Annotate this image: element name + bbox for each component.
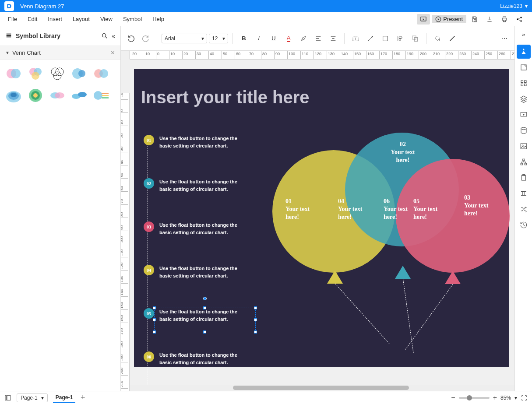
menu-insert[interactable]: Insert	[42, 13, 67, 25]
venn-diagram[interactable]: 01Your text here! 02Your text here! 03Yo…	[277, 133, 504, 360]
page-selector[interactable]: Page-1 ▾	[17, 393, 48, 402]
venn-shape-9[interactable]	[70, 86, 88, 105]
bold-button[interactable]: B	[237, 32, 250, 45]
timeline-item-02[interactable]: 02Use the float button to change the bas…	[144, 178, 246, 193]
page-title[interactable]: Insert your title here	[141, 88, 310, 107]
valign-button[interactable]	[327, 32, 340, 45]
timeline-item-01[interactable]: 01Use the float button to change the bas…	[144, 135, 246, 149]
venn-label-03[interactable]: 03Your text here!	[464, 194, 499, 218]
outline-icon[interactable]	[4, 394, 11, 401]
timeline-dot[interactable]: 03	[144, 221, 154, 232]
timeline-dot[interactable]: 06	[144, 351, 154, 362]
horizontal-scrollbar[interactable]	[130, 385, 514, 391]
timeline-dot[interactable]: 02	[144, 178, 154, 189]
menu-layout[interactable]: Layout	[67, 13, 95, 25]
redo-button[interactable]	[139, 32, 152, 45]
fill-button[interactable]	[431, 32, 444, 45]
download-button[interactable]	[483, 14, 496, 25]
venn-label-04[interactable]: 04Your text here!	[338, 197, 373, 221]
fullscreen-button[interactable]	[521, 394, 528, 401]
rotate-handle[interactable]	[203, 297, 207, 300]
timeline-dot[interactable]: 01	[144, 135, 154, 145]
user-menu[interactable]: Lizzie123 ▾	[500, 3, 528, 9]
venn-shape-1[interactable]	[4, 64, 23, 83]
venn-shape-8[interactable]	[48, 86, 67, 105]
workspace[interactable]: -100102030405060708090100110120130140150…	[121, 60, 514, 391]
clipboard-button[interactable]	[517, 171, 531, 185]
venn-label-05[interactable]: 05Your text here!	[413, 197, 448, 221]
timeline-text[interactable]: Use the float button to change the basic…	[159, 351, 246, 366]
undo-button[interactable]	[124, 32, 137, 45]
properties-button[interactable]	[517, 60, 531, 74]
venn-shape-4[interactable]	[70, 64, 88, 83]
collapse-left-icon[interactable]: «	[112, 32, 115, 39]
right-toolbar: »	[514, 26, 532, 391]
history-button[interactable]	[517, 218, 531, 232]
timeline-dot[interactable]: 05	[144, 308, 154, 319]
save-button[interactable]	[468, 14, 481, 25]
venn-shape-3[interactable]	[48, 64, 67, 83]
data-button[interactable]	[517, 123, 531, 137]
present-button[interactable]: Present	[432, 15, 466, 23]
timeline-text[interactable]: Use the float button to change the basic…	[159, 265, 246, 279]
search-icon[interactable]	[101, 32, 108, 39]
font-select[interactable]: Arial▾	[162, 34, 207, 43]
venn-shape-5[interactable]	[92, 64, 110, 83]
tree-button[interactable]	[517, 155, 531, 169]
image-button[interactable]	[517, 139, 531, 153]
print-button[interactable]	[498, 14, 511, 25]
menu-file[interactable]: File	[3, 13, 22, 25]
menu-view[interactable]: View	[95, 13, 118, 25]
zoom-in-button[interactable]: +	[493, 394, 497, 402]
shape-outline-button[interactable]	[379, 32, 392, 45]
menu-symbol[interactable]: Symbol	[118, 13, 147, 25]
timeline-text[interactable]: Use the float button to change the basic…	[159, 178, 246, 193]
zoom-slider[interactable]	[459, 397, 490, 399]
canvas-page[interactable]: Insert your title here 01Use the float b…	[134, 69, 509, 367]
text-box-button[interactable]: T	[349, 32, 362, 45]
scrollbar-thumb[interactable]	[233, 386, 409, 390]
highlight-button[interactable]	[297, 32, 310, 45]
underline-button[interactable]: U	[267, 32, 280, 45]
zoom-level[interactable]: 85%	[500, 395, 511, 401]
venn-label-02[interactable]: 02Your text here!	[385, 141, 420, 165]
spacing-button[interactable]	[517, 186, 531, 200]
font-color-button[interactable]: A	[282, 32, 295, 45]
add-page-button[interactable]: +	[81, 393, 85, 402]
components-button[interactable]	[517, 76, 531, 90]
menu-help[interactable]: Help	[147, 13, 169, 25]
slideshow-panel-button[interactable]	[517, 108, 531, 122]
theme-button[interactable]	[517, 45, 531, 59]
close-icon[interactable]: ✕	[110, 49, 115, 56]
venn-shape-6[interactable]	[4, 86, 23, 105]
timeline-item-04[interactable]: 04Use the float button to change the bas…	[144, 265, 246, 279]
page-tab[interactable]: Page-1	[53, 393, 75, 403]
svg-rect-42	[521, 81, 523, 83]
shuffle-button[interactable]	[517, 202, 531, 216]
menu-edit[interactable]: Edit	[22, 13, 42, 25]
font-size-select[interactable]: 12▾	[209, 34, 228, 43]
collapse-right-icon[interactable]: »	[515, 29, 532, 40]
timeline-item-03[interactable]: 03Use the float button to change the bas…	[144, 221, 246, 236]
italic-button[interactable]: I	[252, 32, 265, 45]
venn-shape-2[interactable]	[26, 64, 45, 83]
zoom-out-button[interactable]: −	[451, 394, 455, 402]
venn-label-06[interactable]: 06Your text here!	[384, 197, 408, 221]
connector-button[interactable]	[364, 32, 377, 45]
group-button[interactable]	[409, 32, 422, 45]
timeline-item-06[interactable]: 06Use the float button to change the bas…	[144, 351, 246, 366]
line-button[interactable]	[446, 32, 459, 45]
share-button[interactable]	[513, 14, 526, 25]
slideshow-button[interactable]	[417, 14, 430, 25]
venn-shape-7[interactable]	[26, 86, 45, 105]
more-icon[interactable]: ⋯	[498, 32, 511, 45]
timeline-dot[interactable]: 04	[144, 265, 154, 275]
align-button[interactable]	[312, 32, 325, 45]
layers-button[interactable]	[517, 92, 531, 106]
venn-shape-10[interactable]	[92, 86, 110, 105]
timeline-text[interactable]: Use the float button to change the basic…	[159, 135, 246, 149]
timeline-text[interactable]: Use the float button to change the basic…	[159, 221, 246, 236]
align-objects-button[interactable]	[394, 32, 407, 45]
library-category-header[interactable]: ▼ Venn Chart ✕	[0, 46, 120, 60]
venn-label-01[interactable]: 01Your text here!	[285, 197, 321, 221]
